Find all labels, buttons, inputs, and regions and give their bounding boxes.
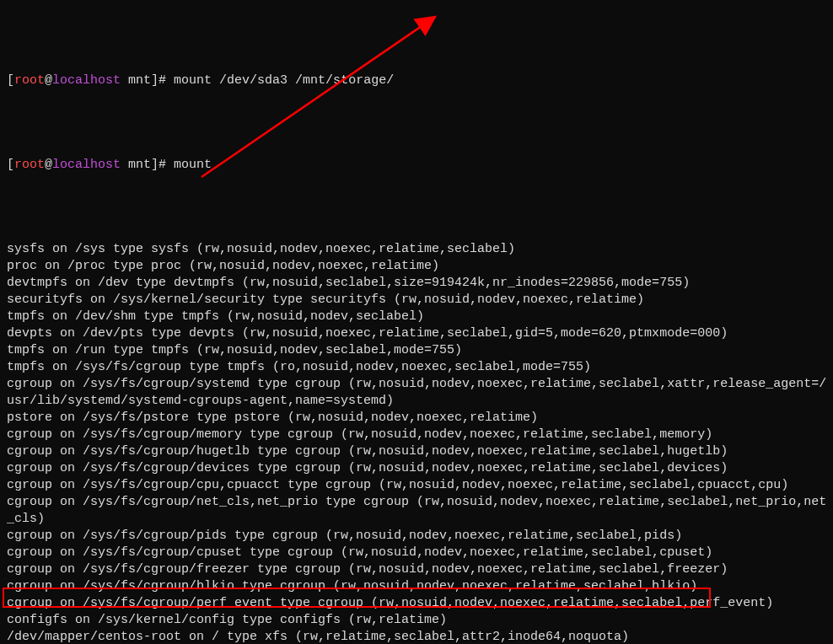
bracket: [ xyxy=(7,158,14,172)
bracket-close: ]# xyxy=(151,73,174,88)
bracket-close: ]# xyxy=(151,158,174,172)
command-2: mount xyxy=(174,158,212,172)
output-line: cgroup on /sys/fs/cgroup/pids type cgrou… xyxy=(7,528,826,545)
at: @ xyxy=(45,158,52,172)
prompt-line-1: [root@localhost mnt]# mount /dev/sda3 /m… xyxy=(7,72,826,89)
output-line: sysfs on /sys type sysfs (rw,nosuid,node… xyxy=(7,241,826,258)
prompt-host: localhost xyxy=(52,73,121,88)
prompt-user: root xyxy=(14,73,45,88)
prompt-path: mnt xyxy=(121,73,151,88)
output-line: cgroup on /sys/fs/cgroup/perf_event type… xyxy=(7,595,826,612)
output-line: cgroup on /sys/fs/cgroup/freezer type cg… xyxy=(7,561,826,578)
output-line: configfs on /sys/kernel/config type conf… xyxy=(7,612,826,629)
output-line: tmpfs on /dev/shm type tmpfs (rw,nosuid,… xyxy=(7,309,826,325)
terminal[interactable]: [root@localhost mnt]# mount /dev/sda3 /m… xyxy=(0,0,833,644)
output-line: cgroup on /sys/fs/cgroup/systemd type cg… xyxy=(7,376,826,393)
at: @ xyxy=(45,73,52,88)
command-1: mount /dev/sda3 /mnt/storage/ xyxy=(174,73,394,88)
prompt-host: localhost xyxy=(52,158,121,172)
output-line: devtmpfs on /dev type devtmpfs (rw,nosui… xyxy=(7,275,826,292)
prompt-line-2: [root@localhost mnt]# mount xyxy=(7,157,826,174)
output-line-wrap: _cls) xyxy=(7,511,826,528)
output-line: securityfs on /sys/kernel/security type … xyxy=(7,292,826,309)
bracket: [ xyxy=(7,73,14,88)
output-line: pstore on /sys/fs/pstore type pstore (rw… xyxy=(7,410,826,427)
output-line: cgroup on /sys/fs/cgroup/memory type cgr… xyxy=(7,427,826,443)
output-line: cgroup on /sys/fs/cgroup/devices type cg… xyxy=(7,460,826,477)
prompt-path: mnt xyxy=(121,158,151,172)
output-line: cgroup on /sys/fs/cgroup/hugetlb type cg… xyxy=(7,443,826,460)
prompt-user: root xyxy=(14,158,45,172)
output-line: cgroup on /sys/fs/cgroup/blkio type cgro… xyxy=(7,578,826,595)
output-line: /dev/mapper/centos-root on / type xfs (r… xyxy=(7,629,826,644)
output-line: cgroup on /sys/fs/cgroup/cpu,cpuacct typ… xyxy=(7,477,826,494)
output-line: cgroup on /sys/fs/cgroup/cpuset type cgr… xyxy=(7,545,826,561)
output-line: tmpfs on /run type tmpfs (rw,nosuid,node… xyxy=(7,342,826,359)
output-line: cgroup on /sys/fs/cgroup/net_cls,net_pri… xyxy=(7,494,826,511)
output-line: tmpfs on /sys/fs/cgroup type tmpfs (ro,n… xyxy=(7,359,826,376)
mount-output: sysfs on /sys type sysfs (rw,nosuid,node… xyxy=(7,241,826,644)
output-line: devpts on /dev/pts type devpts (rw,nosui… xyxy=(7,325,826,342)
output-line: proc on /proc type proc (rw,nosuid,nodev… xyxy=(7,258,826,275)
output-line-wrap: usr/lib/systemd/systemd-cgroups-agent,na… xyxy=(7,393,826,410)
